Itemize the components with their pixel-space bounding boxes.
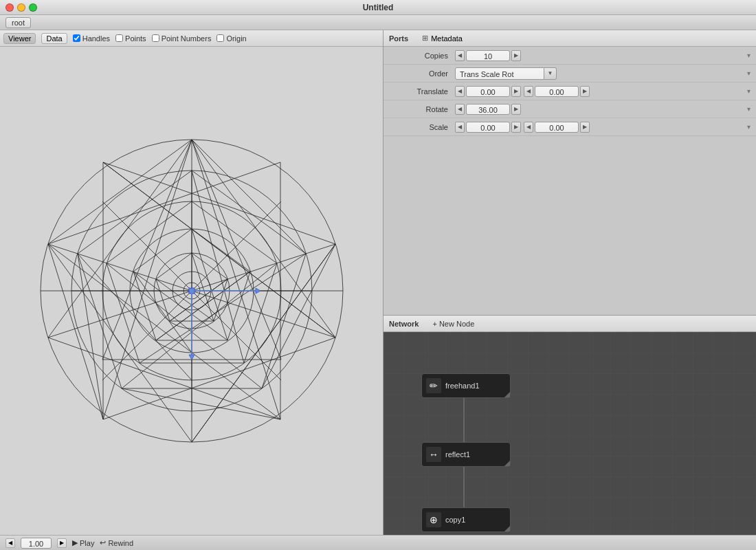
main-area: Viewer Data Handles Points Point Numbers… bbox=[0, 30, 756, 535]
data-button[interactable]: Data bbox=[41, 33, 67, 44]
geometry-canvas bbox=[27, 126, 357, 456]
copies-row: Copies ◀ 10 ▶ ▾ bbox=[383, 47, 756, 65]
order-label: Order bbox=[386, 69, 455, 78]
svg-line-24 bbox=[140, 254, 306, 363]
rotate-label: Rotate bbox=[386, 105, 455, 113]
svg-line-7 bbox=[192, 140, 281, 360]
rewind-icon: ↩ bbox=[100, 538, 106, 547]
scale-x-field: ◀ 0.00 ▶ bbox=[455, 122, 521, 133]
freehand1-corner bbox=[504, 392, 510, 397]
scale-controls: ◀ 0.00 ▶ ◀ 0.00 ▶ bbox=[455, 122, 744, 133]
origin-checkbox-label[interactable]: Origin bbox=[216, 34, 246, 43]
node-copy1[interactable]: ⊕ copy1 bbox=[421, 507, 511, 532]
svg-line-70 bbox=[48, 162, 280, 244]
scale-x-input[interactable]: 0.00 bbox=[466, 122, 510, 133]
new-node-button[interactable]: + New Node bbox=[432, 320, 474, 328]
svg-line-34 bbox=[103, 338, 335, 419]
points-checkbox-label[interactable]: Points bbox=[115, 34, 146, 43]
minimize-button[interactable] bbox=[17, 3, 25, 12]
translate-label: Translate bbox=[386, 87, 455, 96]
translate-x-input[interactable]: 0.00 bbox=[466, 86, 510, 97]
translate-y-increment[interactable]: ▶ bbox=[580, 86, 590, 97]
origin-checkbox[interactable] bbox=[216, 34, 224, 42]
rotate-row: Rotate ◀ 36.00 ▶ ▾ bbox=[383, 100, 756, 118]
close-button[interactable] bbox=[5, 3, 14, 12]
svg-line-30 bbox=[122, 388, 280, 419]
svg-line-9 bbox=[102, 140, 192, 360]
point-numbers-checkbox[interactable] bbox=[152, 34, 159, 42]
reflect1-corner bbox=[504, 461, 510, 466]
scale-y-increment[interactable]: ▶ bbox=[580, 122, 590, 133]
translate-y-decrement[interactable]: ◀ bbox=[524, 86, 533, 97]
viewer-button[interactable]: Viewer bbox=[3, 33, 36, 44]
copies-decrement[interactable]: ◀ bbox=[455, 50, 465, 61]
svg-line-52 bbox=[156, 253, 192, 279]
right-panel: Ports ⊞ Metadata Copies ◀ 10 ▶ ▾ bbox=[383, 30, 756, 535]
freehand1-icon: ✏ bbox=[426, 378, 441, 393]
scale-expand[interactable]: ▾ bbox=[744, 122, 753, 132]
copies-label: Copies bbox=[386, 52, 455, 60]
rotate-field: ◀ 36.00 ▶ bbox=[455, 104, 521, 115]
points-checkbox[interactable] bbox=[115, 34, 123, 42]
copy1-label: copy1 bbox=[445, 516, 506, 524]
order-dropdown-arrow[interactable]: ▼ bbox=[544, 67, 557, 80]
svg-line-46 bbox=[156, 272, 250, 340]
scale-y-decrement[interactable]: ◀ bbox=[524, 122, 533, 133]
ports-tab[interactable]: Ports bbox=[389, 34, 408, 43]
order-controls: Trans Scale Rot ▼ bbox=[455, 67, 744, 80]
copy1-corner bbox=[504, 526, 510, 531]
reflect1-icon: ↔ bbox=[426, 447, 441, 462]
metadata-tab[interactable]: ⊞ Metadata bbox=[422, 34, 463, 43]
play-button[interactable]: ▶ Play bbox=[72, 538, 94, 547]
svg-line-45 bbox=[133, 272, 227, 340]
time-input[interactable]: 1.00 bbox=[21, 538, 52, 549]
order-value[interactable]: Trans Scale Rot bbox=[455, 67, 544, 80]
maximize-button[interactable] bbox=[29, 3, 37, 12]
ports-panel: Ports ⊞ Metadata Copies ◀ 10 ▶ ▾ bbox=[383, 30, 756, 316]
handles-checkbox[interactable] bbox=[73, 34, 80, 42]
point-numbers-checkbox-label[interactable]: Point Numbers bbox=[152, 34, 212, 43]
svg-line-72 bbox=[103, 140, 192, 419]
next-frame-button[interactable]: ▶ bbox=[57, 538, 67, 548]
svg-marker-78 bbox=[189, 355, 194, 360]
bottom-bar: ◀ 1.00 ▶ ▶ Play ↩ Rewind bbox=[0, 535, 756, 550]
copies-controls: ◀ 10 ▶ bbox=[455, 50, 744, 61]
translate-x-decrement[interactable]: ◀ bbox=[455, 86, 465, 97]
translate-x-increment[interactable]: ▶ bbox=[511, 86, 521, 97]
copies-expand[interactable]: ▾ bbox=[744, 51, 753, 60]
order-expand[interactable]: ▾ bbox=[744, 69, 753, 78]
connector-reflect-copy bbox=[463, 467, 465, 507]
scale-y-input[interactable]: 0.00 bbox=[535, 122, 579, 133]
svg-line-48 bbox=[192, 253, 227, 279]
ports-header: Ports ⊞ Metadata bbox=[383, 30, 756, 47]
scale-x-increment[interactable]: ▶ bbox=[511, 122, 521, 133]
node-reflect1[interactable]: ↔ reflect1 bbox=[421, 442, 511, 467]
copies-input[interactable]: 10 bbox=[466, 50, 510, 61]
viewer-toolbar: Viewer Data Handles Points Point Numbers… bbox=[0, 30, 383, 47]
rotate-expand[interactable]: ▾ bbox=[744, 104, 753, 114]
svg-line-28 bbox=[192, 140, 306, 254]
translate-row: Translate ◀ 0.00 ▶ ◀ 0.00 ▶ ▾ bbox=[383, 82, 756, 100]
translate-expand[interactable]: ▾ bbox=[744, 87, 753, 96]
breadcrumb-root[interactable]: root bbox=[5, 17, 31, 28]
copies-increment[interactable]: ▶ bbox=[511, 50, 521, 61]
svg-line-69 bbox=[48, 244, 103, 419]
svg-line-42 bbox=[133, 229, 192, 272]
rotate-decrement[interactable]: ◀ bbox=[455, 104, 465, 115]
node-freehand1[interactable]: ✏ freehand1 bbox=[421, 373, 511, 398]
prev-frame-button[interactable]: ◀ bbox=[5, 538, 15, 548]
window-title: Untitled bbox=[363, 3, 394, 12]
svg-line-56 bbox=[170, 279, 227, 321]
rewind-button[interactable]: ↩ Rewind bbox=[100, 538, 133, 547]
translate-y-input[interactable]: 0.00 bbox=[535, 86, 579, 97]
rotate-increment[interactable]: ▶ bbox=[511, 104, 521, 115]
left-panel: Viewer Data Handles Points Point Numbers… bbox=[0, 30, 383, 535]
scale-row: Scale ◀ 0.00 ▶ ◀ 0.00 ▶ ▾ bbox=[383, 118, 756, 136]
scale-x-decrement[interactable]: ◀ bbox=[455, 122, 465, 133]
canvas-area[interactable] bbox=[0, 47, 383, 535]
network-canvas[interactable]: ✏ freehand1 ↔ reflect1 ⊕ copy1 bbox=[383, 332, 756, 535]
svg-line-35 bbox=[48, 244, 280, 419]
handles-checkbox-label[interactable]: Handles bbox=[73, 34, 110, 43]
rotate-input[interactable]: 36.00 bbox=[466, 104, 510, 115]
network-panel: Network + New Node ✏ freehand1 ↔ reflect… bbox=[383, 316, 756, 535]
